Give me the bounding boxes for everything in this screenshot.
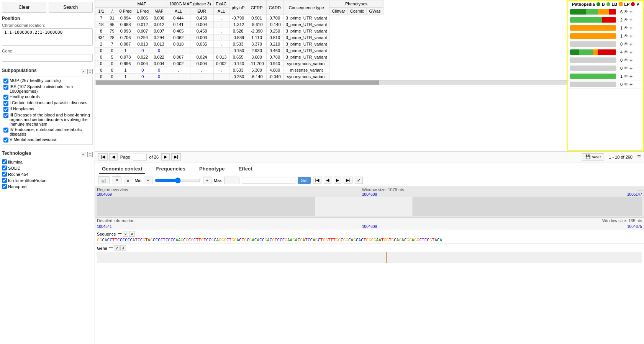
pathopedia-add-icon[interactable]: +: [629, 65, 633, 71]
pathopedia-eye-icon[interactable]: 👁: [624, 74, 628, 79]
pathopedia-eye-icon[interactable]: 👁: [624, 25, 628, 31]
search-button[interactable]: Search: [49, 2, 93, 13]
table-row[interactable]: 00100...-0.1502.9300.4603_prime_UTR_vari…: [95, 48, 383, 54]
zoom-slider[interactable]: [155, 177, 201, 183]
table-cell: -11.700: [247, 61, 266, 67]
page-prev-button[interactable]: ◀: [109, 153, 118, 161]
table-row[interactable]: 000.9960.0040.0040.0020.0040.002-0.140-1…: [95, 61, 383, 67]
grid-icon[interactable]: ☰: [637, 154, 641, 159]
pathopedia-eye-icon[interactable]: 👁: [624, 9, 628, 15]
pathopedia-add-icon[interactable]: +: [629, 33, 633, 39]
pathopedia-add-icon[interactable]: +: [629, 17, 633, 23]
subpop-iv-checkbox[interactable]: [3, 128, 8, 133]
gene-input[interactable]: ppl: [2, 54, 93, 62]
pathopedia-add-icon[interactable]: +: [629, 9, 633, 15]
pathopedia-add-icon[interactable]: +: [629, 25, 633, 31]
gene-expand-btn[interactable]: ∧: [120, 245, 126, 251]
subpop-ii-checkbox[interactable]: [3, 107, 8, 112]
histogram-button[interactable]: 📊: [98, 176, 110, 184]
close-button[interactable]: ✕: [112, 176, 121, 184]
table-row[interactable]: 8790.9930.0070.0070.4050.458.0.528-2.390…: [95, 28, 383, 34]
seq-collapse-btn[interactable]: ∨: [123, 231, 128, 237]
table-row[interactable]: 434280.7060.2940.2940.0620.003.-0.8391.1…: [95, 34, 383, 41]
pathopedia-eye-icon[interactable]: 👁: [624, 57, 628, 63]
tab-phenotype[interactable]: Phenotype: [196, 164, 228, 174]
zoom-plus-button[interactable]: +: [203, 177, 211, 184]
clear-button[interactable]: Clear: [2, 2, 46, 13]
region-collapse-btn[interactable]: —: [638, 187, 642, 192]
expand-button[interactable]: ⤢: [355, 177, 363, 184]
list-button[interactable]: ≡: [124, 177, 132, 184]
zoom-minus-button[interactable]: −: [144, 177, 152, 184]
subpop-i-checkbox[interactable]: [3, 101, 8, 106]
tech-check-all-icon[interactable]: ✓: [81, 152, 86, 157]
seq-expand-btn[interactable]: ∧: [129, 231, 135, 237]
table-row[interactable]: 18950.9880.0120.0120.1410.004.-1.312-8.6…: [95, 21, 383, 28]
detail-label: Detailed information: [97, 218, 134, 223]
table-cell: 0: [151, 48, 167, 54]
nav-next-button[interactable]: ▶: [334, 177, 341, 184]
subpop-healthy-checkbox[interactable]: [3, 95, 8, 100]
table-cell: .: [167, 67, 190, 74]
subpop-ibs-checkbox[interactable]: [3, 85, 8, 90]
page-last-button[interactable]: ▶|: [171, 153, 181, 161]
subpop-iii-checkbox[interactable]: [3, 113, 8, 118]
max-value-input[interactable]: 135: [224, 177, 239, 184]
table-scrollbar[interactable]: [95, 80, 567, 85]
pathopedia-eye-icon[interactable]: 👁: [624, 41, 628, 47]
pathopedia-add-icon[interactable]: +: [629, 49, 633, 55]
gene-dash-icon: —: [109, 245, 113, 251]
tech-uncheck-all-icon[interactable]: □: [87, 152, 93, 157]
pathopedia-add-icon[interactable]: +: [629, 73, 633, 79]
save-button[interactable]: 💾 save: [582, 153, 604, 161]
nanopore-checkbox[interactable]: [2, 184, 7, 189]
roche454-checkbox[interactable]: [2, 172, 7, 177]
pathopedia-add-icon[interactable]: +: [629, 41, 633, 47]
table-row[interactable]: 050.9780.0220.0220.0070.0240.0130.6553.6…: [95, 54, 383, 61]
table-row[interactable]: 270.9870.0130.0130.0180.035.0.5333.3700.…: [95, 41, 383, 48]
nav-last-button[interactable]: ▶|: [344, 177, 352, 184]
nav-first-button[interactable]: |◀: [313, 177, 322, 184]
table-cell: .: [167, 74, 190, 80]
illumina-checkbox[interactable]: [2, 159, 7, 164]
table-row[interactable]: 00100...0.5335.3004.880missense_variant: [95, 67, 383, 74]
page-first-button[interactable]: |◀: [98, 153, 108, 161]
pathopedia-eye-icon[interactable]: 👁: [624, 33, 628, 39]
pathopedia-eye-icon[interactable]: 👁: [624, 49, 628, 55]
chrom-input[interactable]: 1:1-1000000,2:1-1000000: [2, 28, 93, 46]
table-row[interactable]: 7910.9940.0060.0060.4440.458.-0.7900.901…: [95, 15, 383, 21]
pathopedia-eye-icon[interactable]: 👁: [624, 66, 628, 71]
iontorrent-checkbox[interactable]: [2, 178, 7, 183]
detail-window-size: Window size: 135 nts: [602, 218, 642, 223]
pathopedia-count: 1: [617, 34, 623, 38]
pathopedia-add-icon[interactable]: +: [629, 81, 633, 87]
table-wrapper[interactable]: MAF 1000G MAF (phase 3) ExAC phyloP GERP…: [95, 0, 567, 151]
go-button[interactable]: Go!: [298, 177, 311, 184]
table-cell: 0: [95, 61, 107, 67]
pathopedia-eye-icon[interactable]: 👁: [624, 82, 628, 87]
page-input[interactable]: 1: [133, 154, 147, 161]
nav-prev-button[interactable]: ◀: [324, 177, 331, 184]
legend-lp-label: LP: [624, 2, 629, 7]
tab-frequencies[interactable]: Frequencies: [153, 164, 188, 174]
subpop-mgp-checkbox[interactable]: [3, 79, 8, 84]
subpop-uncheck-all-icon[interactable]: □: [87, 69, 93, 74]
table-row[interactable]: 00100...-0.250-6.140-0.040synonymous_var…: [95, 74, 383, 80]
subpop-check-all-icon[interactable]: ✓: [81, 69, 86, 74]
page-next-button[interactable]: ▶: [161, 153, 170, 161]
coord-input[interactable]: 1:1004541-1004675: [242, 177, 295, 184]
pathopedia-add-icon[interactable]: +: [629, 57, 633, 63]
solid-checkbox[interactable]: [2, 165, 7, 170]
subpop-v-checkbox[interactable]: [3, 138, 8, 143]
table-cell: 3_prime_UTR_variant: [283, 21, 329, 28]
tabs-row: Genomic context Frequencies Phenotype Ef…: [95, 162, 644, 174]
region-track[interactable]: [97, 197, 642, 216]
th-phylop: phyloP: [229, 0, 247, 15]
tab-genomic-context[interactable]: Genomic context: [99, 164, 145, 174]
tab-effect[interactable]: Effect: [236, 164, 256, 174]
th-exac-top: ExAC: [213, 0, 229, 8]
pathopedia-eye-icon[interactable]: 👁: [624, 17, 628, 23]
gene-collapse-btn[interactable]: ∨: [114, 245, 120, 251]
table-cell: 3_prime_UTR_variant: [283, 28, 329, 34]
list-item: IBS (107 Spanish individuals from 1000ge…: [3, 84, 91, 93]
